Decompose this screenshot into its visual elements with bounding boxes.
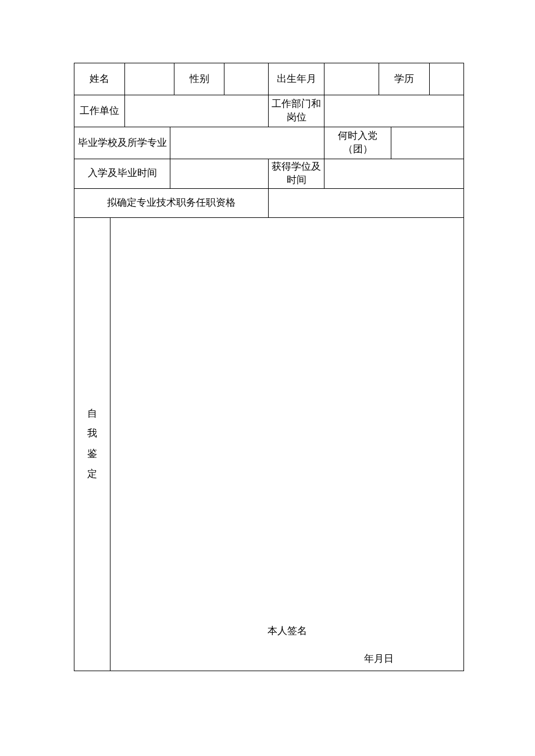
- label-party-join: 何时入党（团）: [324, 127, 391, 159]
- label-work-unit: 工作单位: [74, 95, 125, 127]
- self-eval-char-3: 鉴: [77, 447, 108, 461]
- label-self-evaluation: 自 我 鉴 定: [74, 217, 110, 671]
- value-party-join: [391, 127, 464, 159]
- label-dept-post: 工作部门和岗位: [269, 95, 324, 127]
- value-work-unit: [125, 95, 269, 127]
- value-birth: [324, 63, 379, 95]
- label-gender: 性别: [174, 63, 224, 95]
- value-qualification: [269, 188, 464, 217]
- label-enroll-grad: 入学及毕业时间: [74, 159, 170, 189]
- document-page: 姓名 性别 出生年月 学历 工作单位 工作部门和岗位 毕业学校及所学专业 何时入…: [0, 0, 535, 756]
- self-evaluation-content: 本人签名 年月日: [110, 217, 464, 671]
- value-dept-post: [324, 95, 464, 127]
- label-birth: 出生年月: [269, 63, 324, 95]
- self-eval-char-4: 定: [77, 468, 108, 481]
- value-school-major: [170, 127, 324, 159]
- label-qualification: 拟确定专业技术职务任职资格: [74, 188, 269, 217]
- label-degree-time: 获得学位及时间: [269, 159, 324, 189]
- label-education: 学历: [379, 63, 430, 95]
- self-eval-char-2: 我: [77, 427, 108, 440]
- self-eval-char-1: 自: [77, 407, 108, 421]
- form-table: 姓名 性别 出生年月 学历 工作单位 工作部门和岗位 毕业学校及所学专业 何时入…: [74, 63, 464, 671]
- value-name: [125, 63, 174, 95]
- value-enroll-grad: [170, 159, 269, 189]
- signature-label: 本人签名: [110, 625, 463, 638]
- date-label: 年月日: [364, 653, 394, 666]
- label-name: 姓名: [74, 63, 125, 95]
- value-gender: [224, 63, 269, 95]
- value-degree-time: [324, 159, 464, 189]
- value-education: [430, 63, 464, 95]
- label-school-major: 毕业学校及所学专业: [74, 127, 170, 159]
